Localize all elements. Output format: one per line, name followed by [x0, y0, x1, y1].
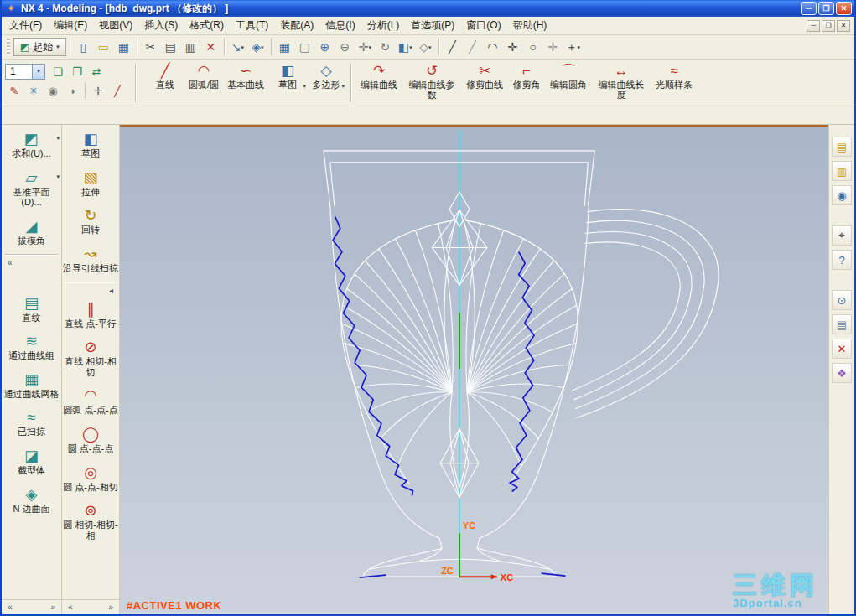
draft-angle-button[interactable]: ◢拔模角 — [2, 214, 61, 252]
polygon-button[interactable]: ◇多边形▾ — [307, 60, 345, 105]
snap-midpoint-icon[interactable]: ╱ — [108, 82, 127, 99]
mdi-minimize-button[interactable]: ─ — [807, 20, 820, 32]
zoom-out-icon[interactable]: ⊖ — [335, 38, 355, 57]
trim-corner-button[interactable]: ⌐修剪角 — [507, 60, 546, 105]
circle-point-point-tangent-button[interactable]: ◎圆 点-点-相切 — [62, 460, 119, 499]
snap-center-icon[interactable]: ◉ — [44, 82, 62, 99]
combo-arrow-icon[interactable]: ▾ — [32, 65, 44, 79]
sweep-along-guide-button[interactable]: ↝沿导引线扫掠 — [62, 241, 119, 280]
delete-icon[interactable]: ✕ — [201, 38, 220, 57]
menu-item[interactable]: 分析(L) — [361, 16, 406, 35]
zoom-in-icon[interactable]: ⊕ — [315, 38, 335, 57]
group-collapse-icon[interactable]: « — [2, 256, 61, 269]
menu-item[interactable]: 格式(R) — [184, 16, 230, 35]
new-file-icon[interactable]: ▯ — [74, 38, 93, 57]
extrude-button[interactable]: ▧拉伸 — [62, 165, 119, 204]
wireframe-drawing[interactable]: YC XC ZC — [120, 127, 828, 614]
minimize-button[interactable]: ─ — [801, 2, 817, 15]
menu-item[interactable]: 帮助(H) — [507, 16, 553, 35]
n-sided-surface-button[interactable]: ◈N 边曲面 — [2, 482, 61, 520]
line-snap-icon[interactable]: ╱ — [443, 38, 462, 57]
shaded-display-icon[interactable]: ◧▾ — [396, 38, 415, 57]
sketch-button[interactable]: ◧草图▾ — [268, 60, 307, 105]
copy-icon[interactable]: ▤ — [161, 38, 180, 57]
search-icon[interactable]: ⌖ — [832, 225, 852, 246]
boolean-sum-button[interactable]: ◩求和(U)...▾ — [2, 127, 61, 165]
menu-item[interactable]: 窗口(O) — [460, 16, 506, 35]
through-curves-button[interactable]: ≋通过曲线组 — [2, 329, 61, 367]
arc-circle-button[interactable]: ◠圆弧/圆 — [184, 60, 223, 105]
basic-curve-button[interactable]: ∽基本曲线 — [223, 60, 268, 105]
datum-plane-button[interactable]: ▱基准平面(D)...▾ — [2, 165, 61, 214]
start-button[interactable]: ◩ 起始 ▾ — [13, 38, 66, 56]
cut-icon[interactable]: ✂ — [141, 38, 160, 57]
paste-icon[interactable]: ▥ — [181, 38, 200, 57]
circle-snap-icon[interactable]: ○ — [523, 38, 542, 57]
assembly-navigator-icon[interactable]: ▥ — [832, 161, 852, 181]
menu-item[interactable]: 信息(I) — [319, 16, 361, 35]
edit-curve-button[interactable]: ↷编辑曲线 — [356, 60, 402, 105]
edit-fillet-button[interactable]: ⌒编辑圆角 — [546, 60, 591, 105]
toolbar-grip[interactable] — [7, 39, 10, 55]
through-curve-mesh-button[interactable]: ▦通过曲线网格 — [2, 367, 61, 406]
snap-quadrant-icon[interactable]: ◑ — [63, 82, 81, 99]
circle-tangent-tangent-button[interactable]: ⊚圆 相切-相切-相 — [62, 498, 119, 546]
mdi-close-button[interactable]: ✕ — [837, 20, 850, 32]
point-snap-icon[interactable]: ✛ — [543, 38, 563, 57]
menu-item[interactable]: 首选项(P) — [405, 16, 460, 35]
open-file-icon[interactable]: ▭ — [94, 38, 113, 57]
roles-palette-icon[interactable]: ❖ — [832, 363, 852, 383]
information-palette-icon[interactable]: ▤ — [832, 314, 852, 334]
trim-curve-button[interactable]: ✂修剪曲线 — [462, 60, 507, 105]
menu-item[interactable]: 编辑(E) — [48, 16, 93, 35]
smooth-spline-button[interactable]: ≈光顺样条 — [651, 60, 697, 105]
close-button[interactable]: ✕ — [836, 2, 852, 15]
layer-settings-icon[interactable]: ❏ — [49, 63, 67, 80]
arc-snap-icon[interactable]: ◠ — [483, 38, 502, 57]
line-tangent-tangent-button[interactable]: ⊘直线 相切-相切 — [62, 334, 119, 383]
save-icon[interactable]: ▦ — [114, 38, 133, 57]
rotate-view-icon[interactable]: ↻ — [376, 38, 395, 57]
part-navigator-icon[interactable]: ▤ — [832, 137, 852, 157]
menu-item[interactable]: 装配(A) — [274, 16, 319, 35]
dropdown-arrow-icon[interactable]: ▾ — [56, 135, 60, 142]
sketch-feature-button[interactable]: ◧草图 — [62, 127, 119, 165]
scroll-right-icon[interactable]: » — [108, 603, 113, 612]
ruled-surface-button[interactable]: ▤直纹 — [2, 291, 61, 329]
graphics-viewport[interactable]: YC XC ZC #ACTIVE1 WORK 三维网 3Dportal.cn — [120, 125, 828, 614]
snap-existing-point-icon[interactable]: ✛ — [89, 82, 107, 99]
line-point-parallel-button[interactable]: ∥直线 点-平行 — [62, 297, 119, 335]
swept-button[interactable]: ≈已扫掠 — [2, 405, 61, 443]
grid-icon[interactable]: ▦ — [275, 38, 294, 57]
mdi-restore-button[interactable]: ❐ — [822, 20, 835, 32]
pan-icon[interactable]: ✛▾ — [355, 38, 375, 57]
move-to-layer-icon[interactable]: ⇄ — [87, 63, 106, 80]
snap-endpoint-icon[interactable]: ✎ — [5, 82, 23, 99]
transform-icon[interactable]: ↘▾ — [228, 38, 247, 57]
group-collapse-icon[interactable]: ◂ — [62, 284, 119, 297]
help-icon[interactable]: ? — [832, 250, 852, 270]
revolve-button[interactable]: ↻回转 — [62, 203, 119, 241]
menu-item[interactable]: 工具(T) — [230, 16, 274, 35]
arc-point-point-point-button[interactable]: ◠圆弧 点-点-点 — [62, 383, 119, 422]
edit-curve-length-button[interactable]: ↔编辑曲线长度 — [591, 60, 651, 105]
wireframe-display-icon[interactable]: ◇▾ — [416, 38, 435, 57]
maximize-button[interactable]: ❐ — [818, 2, 834, 15]
scroll-left-icon[interactable]: « — [8, 603, 13, 612]
section-body-button[interactable]: ◪截型体 — [2, 443, 61, 482]
orient-view-icon[interactable]: ◈▾ — [248, 38, 267, 57]
history-icon[interactable]: ⊙ — [832, 290, 852, 310]
tools-palette-icon[interactable]: ✕ — [832, 339, 852, 359]
fit-view-icon[interactable]: ▢ — [295, 38, 314, 57]
snap-intersection-icon[interactable]: ✳ — [24, 82, 43, 99]
line-button[interactable]: ╱直线 — [146, 60, 184, 105]
layer-visible-icon[interactable]: ❐ — [68, 63, 86, 80]
angled-line-snap-icon[interactable]: ╱ — [463, 38, 482, 57]
layer-combobox[interactable]: 1 ▾ — [5, 64, 45, 80]
more-snap-icon[interactable]: ＋▾ — [563, 38, 583, 57]
scroll-left-icon[interactable]: « — [68, 603, 73, 612]
web-browser-icon[interactable]: ◉ — [832, 185, 852, 205]
dropdown-arrow-icon[interactable]: ▾ — [56, 173, 60, 180]
cross-snap-icon[interactable]: ✛ — [503, 38, 522, 57]
edit-curve-params-button[interactable]: ↺编辑曲线参数 — [402, 60, 462, 105]
